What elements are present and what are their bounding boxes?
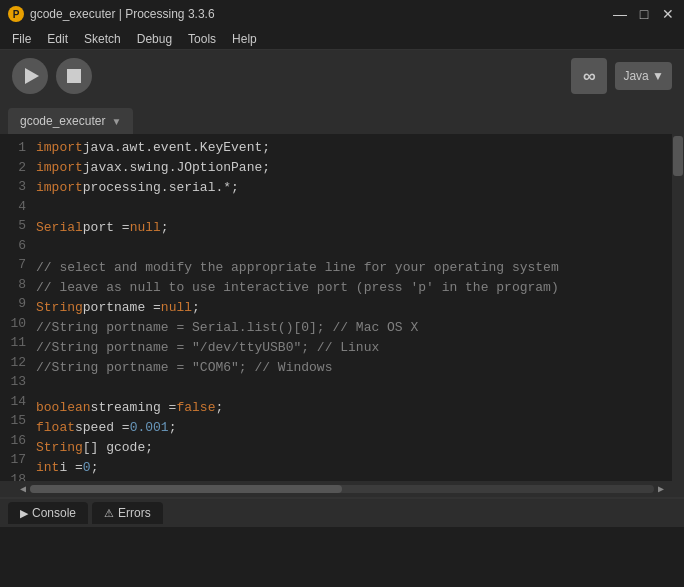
code-line-13 <box>36 378 672 398</box>
line-number-7: 7 <box>18 255 26 275</box>
close-button[interactable]: ✕ <box>660 6 676 22</box>
code-line-14: boolean streaming = false; <box>36 398 672 418</box>
line-number-3: 3 <box>18 177 26 197</box>
menu-item-edit[interactable]: Edit <box>39 30 76 48</box>
title-bar: P gcode_executer | Processing 3.3.6 — □ … <box>0 0 684 28</box>
line-numbers: 12345678910111213141516171819 <box>0 134 32 481</box>
console-label: Console <box>32 506 76 520</box>
line-number-10: 10 <box>10 314 26 334</box>
bottom-tab-console[interactable]: ▶Console <box>8 502 88 524</box>
editor-tab[interactable]: gcode_executer ▼ <box>8 108 133 134</box>
menu-item-help[interactable]: Help <box>224 30 265 48</box>
code-line-1: import java.awt.event.KeyEvent; <box>36 138 672 158</box>
errors-label: Errors <box>118 506 151 520</box>
menu-item-tools[interactable]: Tools <box>180 30 224 48</box>
line-number-8: 8 <box>18 275 26 295</box>
bottom-panel: ▶Console⚠Errors <box>0 497 684 587</box>
maximize-button[interactable]: □ <box>636 6 652 22</box>
menu-bar: FileEditSketchDebugToolsHelp <box>0 28 684 50</box>
java-dropdown[interactable]: Java ▼ <box>615 62 672 90</box>
stop-icon <box>67 69 81 83</box>
window-title: gcode_executer | Processing 3.3.6 <box>30 7 612 21</box>
code-line-4 <box>36 198 672 218</box>
line-number-12: 12 <box>10 353 26 373</box>
line-number-14: 14 <box>10 392 26 412</box>
line-number-11: 11 <box>10 333 26 353</box>
run-button[interactable] <box>12 58 48 94</box>
play-icon <box>25 68 39 84</box>
line-number-2: 2 <box>18 158 26 178</box>
bottom-tab-errors[interactable]: ⚠Errors <box>92 502 163 524</box>
window-controls: — □ ✕ <box>612 6 676 22</box>
code-line-6 <box>36 238 672 258</box>
code-line-11: //String portname = "/dev/ttyUSB0"; // L… <box>36 338 672 358</box>
line-number-16: 16 <box>10 431 26 451</box>
code-line-5: Serial port = null; <box>36 218 672 238</box>
code-line-18 <box>36 478 672 481</box>
code-area[interactable]: import java.awt.event.KeyEvent;import ja… <box>32 134 672 481</box>
toolbar: ∞ Java ▼ <box>0 50 684 102</box>
minimize-button[interactable]: — <box>612 6 628 22</box>
stop-button[interactable] <box>56 58 92 94</box>
tab-arrow: ▼ <box>111 116 121 127</box>
line-number-5: 5 <box>18 216 26 236</box>
line-number-9: 9 <box>18 294 26 314</box>
menu-item-debug[interactable]: Debug <box>129 30 180 48</box>
line-number-1: 1 <box>18 138 26 158</box>
h-scroll-track[interactable] <box>30 485 654 493</box>
code-line-15: float speed = 0.001; <box>36 418 672 438</box>
horizontal-scrollbar[interactable]: ◀ ▶ <box>0 481 684 497</box>
menu-item-sketch[interactable]: Sketch <box>76 30 129 48</box>
line-number-4: 4 <box>18 197 26 217</box>
tab-name: gcode_executer <box>20 114 105 128</box>
code-line-16: String[] gcode; <box>36 438 672 458</box>
console-icon: ▶ <box>20 507 28 520</box>
code-line-8: // leave as null to use interactive port… <box>36 278 672 298</box>
code-line-2: import javax.swing.JOptionPane; <box>36 158 672 178</box>
code-line-7: // select and modify the appropriate lin… <box>36 258 672 278</box>
code-line-17: int i = 0; <box>36 458 672 478</box>
code-line-12: //String portname = "COM6"; // Windows <box>36 358 672 378</box>
line-number-6: 6 <box>18 236 26 256</box>
v-scroll-thumb[interactable] <box>673 136 683 176</box>
mode-button[interactable]: ∞ <box>571 58 607 94</box>
bottom-content <box>0 527 684 587</box>
app-icon: P <box>8 6 24 22</box>
toolbar-right: ∞ Java ▼ <box>571 58 672 94</box>
code-line-10: //String portname = Serial.list()[0]; //… <box>36 318 672 338</box>
bottom-tabs: ▶Console⚠Errors <box>0 499 684 527</box>
line-number-18: 18 <box>10 470 26 482</box>
line-number-13: 13 <box>10 372 26 392</box>
vertical-scrollbar[interactable] <box>672 134 684 481</box>
scroll-right-icon[interactable]: ▶ <box>654 483 668 495</box>
line-number-17: 17 <box>10 450 26 470</box>
editor: 12345678910111213141516171819 import jav… <box>0 134 684 481</box>
menu-item-file[interactable]: File <box>4 30 39 48</box>
scroll-left-icon[interactable]: ◀ <box>16 483 30 495</box>
line-number-15: 15 <box>10 411 26 431</box>
code-line-3: import processing.serial.*; <box>36 178 672 198</box>
errors-icon: ⚠ <box>104 507 114 520</box>
tab-bar: gcode_executer ▼ <box>0 102 684 134</box>
toolbar-left <box>12 58 92 94</box>
h-scroll-thumb[interactable] <box>30 485 342 493</box>
code-line-9: String portname = null; <box>36 298 672 318</box>
